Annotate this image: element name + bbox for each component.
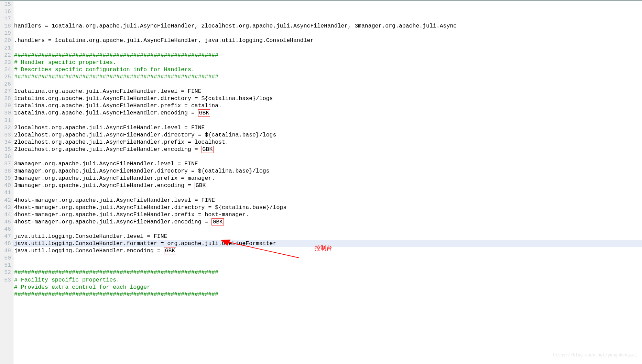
highlighted-token: GBK <box>211 218 224 225</box>
code-line[interactable] <box>13 44 642 52</box>
line-number: 47 <box>0 233 11 240</box>
code-line[interactable]: 2localhost.org.apache.juli.AsyncFileHand… <box>13 124 642 131</box>
line-number: 33 <box>0 131 11 139</box>
code-text: 3manager.org.apache.juli.AsyncFileHandle… <box>14 168 270 174</box>
line-number: 15 <box>0 1 11 8</box>
line-number: 25 <box>0 73 11 80</box>
code-line[interactable] <box>13 30 642 37</box>
line-number: 43 <box>0 204 11 211</box>
code-text: 1catalina.org.apache.juli.AsyncFileHandl… <box>14 102 222 109</box>
code-line[interactable]: # Provides extra control for each logger… <box>13 284 642 291</box>
code-text: 4host-manager.org.apache.juli.AsyncFileH… <box>14 211 249 218</box>
code-line[interactable]: 2localhost.org.apache.juli.AsyncFileHand… <box>13 131 642 139</box>
code-line[interactable]: # Facility specific properties. <box>13 276 642 284</box>
code-text: 2localhost.org.apache.juli.AsyncFileHand… <box>14 146 202 153</box>
code-line[interactable]: 4host-manager.org.apache.juli.AsyncFileH… <box>13 197 642 204</box>
line-number: 42 <box>0 197 11 204</box>
code-text: java.util.logging.ConsoleHandler.encodin… <box>14 247 164 254</box>
highlighted-token: GBK <box>164 247 176 254</box>
code-line[interactable]: java.util.logging.ConsoleHandler.level =… <box>13 233 642 240</box>
code-line[interactable]: 3manager.org.apache.juli.AsyncFileHandle… <box>13 160 642 167</box>
code-text: 1catalina.org.apache.juli.AsyncFileHandl… <box>14 88 202 95</box>
code-line[interactable]: 3manager.org.apache.juli.AsyncFileHandle… <box>13 182 642 189</box>
code-line[interactable]: 4host-manager.org.apache.juli.AsyncFileH… <box>13 211 642 218</box>
line-number: 16 <box>0 8 11 15</box>
code-line[interactable]: # Describes specific configuration info … <box>13 66 642 73</box>
line-number-gutter: 1516171819202122232425262728293031323334… <box>0 1 13 364</box>
comment-text: # Provides extra control for each logger… <box>14 284 154 290</box>
comment-text: ########################################… <box>14 52 218 58</box>
code-text: 4host-manager.org.apache.juli.AsyncFileH… <box>14 197 215 203</box>
line-number: 52 <box>0 269 11 276</box>
code-line[interactable] <box>13 117 642 124</box>
watermark-text: https://blog.csdn.net/yangshengwei <box>553 352 637 359</box>
code-text: 2localhost.org.apache.juli.AsyncFileHand… <box>14 132 276 138</box>
line-number: 51 <box>0 262 11 269</box>
comment-text: ########################################… <box>14 269 218 276</box>
code-line[interactable] <box>13 80 642 88</box>
code-line[interactable]: ########################################… <box>13 52 642 59</box>
code-line[interactable]: handlers = 1catalina.org.apache.juli.Asy… <box>13 22 642 30</box>
code-area[interactable]: handlers = 1catalina.org.apache.juli.Asy… <box>13 1 642 364</box>
comment-text: ########################################… <box>14 291 218 298</box>
line-number: 45 <box>0 218 11 225</box>
line-number: 19 <box>0 30 11 37</box>
code-line[interactable] <box>13 15 642 22</box>
line-number: 39 <box>0 175 11 182</box>
line-number: 50 <box>0 254 11 262</box>
code-line[interactable]: ########################################… <box>13 73 642 80</box>
line-number: 37 <box>0 160 11 167</box>
code-text: 4host-manager.org.apache.juli.AsyncFileH… <box>14 204 286 211</box>
code-line[interactable]: 2localhost.org.apache.juli.AsyncFileHand… <box>13 146 642 153</box>
highlighted-token: GBK <box>198 109 210 117</box>
code-line[interactable] <box>13 189 642 196</box>
line-number: 26 <box>0 80 11 88</box>
code-text: 2localhost.org.apache.juli.AsyncFileHand… <box>14 139 229 145</box>
code-text: java.util.logging.ConsoleHandler.formatt… <box>14 240 276 247</box>
line-number: 28 <box>0 95 11 102</box>
line-number: 32 <box>0 124 11 131</box>
code-text: 1catalina.org.apache.juli.AsyncFileHandl… <box>14 95 273 102</box>
code-line[interactable]: 4host-manager.org.apache.juli.AsyncFileH… <box>13 204 642 211</box>
line-number: 18 <box>0 22 11 30</box>
line-number: 29 <box>0 102 11 109</box>
code-line[interactable]: 1catalina.org.apache.juli.AsyncFileHandl… <box>13 102 642 109</box>
code-text: 2localhost.org.apache.juli.AsyncFileHand… <box>14 124 205 131</box>
code-line[interactable]: # Handler specific properties. <box>13 59 642 66</box>
line-number: 24 <box>0 66 11 73</box>
code-line[interactable]: 1catalina.org.apache.juli.AsyncFileHandl… <box>13 88 642 95</box>
code-text: 3manager.org.apache.juli.AsyncFileHandle… <box>14 175 215 181</box>
code-text: 4host-manager.org.apache.juli.AsyncFileH… <box>14 219 211 225</box>
line-number: 36 <box>0 153 11 160</box>
code-line[interactable]: .handlers = 1catalina.org.apache.juli.As… <box>13 37 642 44</box>
code-line[interactable]: 2localhost.org.apache.juli.AsyncFileHand… <box>13 139 642 146</box>
line-number: 21 <box>0 44 11 52</box>
code-line[interactable]: 4host-manager.org.apache.juli.AsyncFileH… <box>13 218 642 225</box>
code-text: 3manager.org.apache.juli.AsyncFileHandle… <box>14 161 198 167</box>
code-editor[interactable]: 1516171819202122232425262728293031323334… <box>0 0 642 364</box>
code-line[interactable]: 3manager.org.apache.juli.AsyncFileHandle… <box>13 167 642 175</box>
code-line[interactable]: 3manager.org.apache.juli.AsyncFileHandle… <box>13 175 642 182</box>
line-number: 46 <box>0 225 11 233</box>
code-line[interactable] <box>13 254 642 262</box>
line-number: 20 <box>0 37 11 44</box>
line-number: 17 <box>0 15 11 22</box>
line-number: 38 <box>0 167 11 175</box>
code-line[interactable]: ########################################… <box>13 269 642 276</box>
line-number: 48 <box>0 240 11 247</box>
line-number: 23 <box>0 59 11 66</box>
code-line[interactable] <box>13 153 642 160</box>
line-number: 53 <box>0 276 11 284</box>
comment-text: ########################################… <box>14 74 218 80</box>
comment-text: # Facility specific properties. <box>14 277 120 283</box>
code-line[interactable]: 1catalina.org.apache.juli.AsyncFileHandl… <box>13 95 642 102</box>
line-number: 44 <box>0 211 11 218</box>
line-number: 22 <box>0 52 11 59</box>
code-line[interactable] <box>13 262 642 269</box>
code-line[interactable] <box>13 225 642 233</box>
code-line[interactable]: 1catalina.org.apache.juli.AsyncFileHandl… <box>13 109 642 117</box>
line-number: 27 <box>0 88 11 95</box>
comment-text: # Handler specific properties. <box>14 59 116 66</box>
line-number: 30 <box>0 109 11 117</box>
code-line[interactable]: ########################################… <box>13 291 642 298</box>
